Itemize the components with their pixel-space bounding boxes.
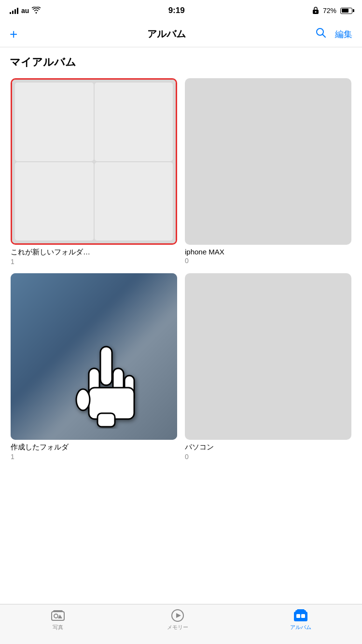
svg-rect-18: [297, 609, 305, 611]
album-label-1: これが新しいフォルダ…: [11, 248, 177, 257]
carrier-label: au: [21, 7, 29, 14]
edit-button[interactable]: 編集: [335, 28, 352, 40]
svg-point-13: [54, 614, 58, 618]
tab-item-memories[interactable]: メモリー: [167, 609, 188, 631]
battery-percent: 72%: [323, 7, 336, 14]
battery-icon: [340, 8, 352, 14]
tab-label-photos: 写真: [53, 624, 63, 631]
status-left: au: [10, 7, 41, 15]
album-quad-cell: [15, 83, 94, 161]
nav-right-actions: 編集: [316, 28, 352, 41]
lock-icon: [312, 6, 319, 15]
album-quad-cell: [95, 83, 173, 161]
status-right: 72%: [312, 6, 352, 15]
album-photo-blurred: [11, 273, 177, 440]
memories-icon: [170, 609, 185, 622]
signal-bars-icon: [10, 7, 18, 14]
album-thumb-1: [11, 78, 177, 245]
svg-line-3: [322, 34, 325, 37]
svg-point-1: [315, 11, 316, 13]
tab-bar: 写真 メモリー アルバム: [0, 604, 362, 644]
svg-rect-19: [296, 614, 300, 618]
album-thumb-2: [185, 78, 351, 245]
album-thumb-4: [185, 273, 351, 440]
page-title: アルバム: [147, 28, 186, 41]
nav-bar: + アルバム 編集: [0, 21, 362, 47]
search-icon[interactable]: [316, 28, 326, 41]
album-count-2: 0: [185, 257, 351, 265]
photos-icon: [51, 609, 65, 622]
svg-rect-20: [301, 614, 305, 618]
svg-marker-15: [176, 613, 181, 618]
album-item-1[interactable]: これが新しいフォルダ… 1: [7, 74, 181, 269]
album-item-2[interactable]: iphone MAX 0: [181, 74, 355, 269]
main-content: マイアルバム これが新しいフォルダ… 1 iphone MAX 0: [0, 47, 362, 508]
status-bar: au 9:19 72%: [0, 0, 362, 21]
album-thumb-3: [11, 273, 177, 440]
album-item-4[interactable]: パソコン 0: [181, 269, 355, 464]
album-count-3: 1: [11, 453, 177, 461]
album-label-4: パソコン: [185, 443, 351, 452]
svg-rect-12: [53, 610, 63, 612]
albums-icon: [293, 609, 308, 622]
svg-rect-16: [294, 612, 307, 621]
section-header-my-albums: マイアルバム: [0, 47, 362, 74]
tab-item-albums[interactable]: アルバム: [290, 609, 311, 631]
add-button[interactable]: +: [10, 28, 17, 41]
album-label-2: iphone MAX: [185, 248, 351, 256]
album-count-4: 0: [185, 453, 351, 461]
album-label-3: 作成したフォルダ: [11, 443, 177, 452]
status-time: 9:19: [168, 6, 185, 15]
album-quad-grid-1: [12, 80, 176, 243]
tab-label-albums: アルバム: [290, 624, 311, 631]
album-quad-cell: [15, 162, 94, 241]
album-item-3[interactable]: 作成したフォルダ 1: [7, 269, 181, 464]
tab-item-photos[interactable]: 写真: [51, 609, 65, 631]
tab-label-memories: メモリー: [167, 624, 188, 631]
wifi-icon: [32, 7, 41, 15]
album-count-1: 1: [11, 258, 177, 266]
albums-grid: これが新しいフォルダ… 1 iphone MAX 0 作成したフォルダ 1 パソ…: [0, 74, 362, 464]
album-quad-cell: [95, 162, 173, 241]
